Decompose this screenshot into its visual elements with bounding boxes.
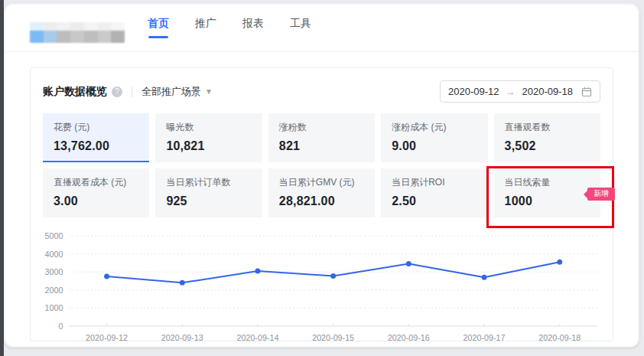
panel-header: 账户数据概览 ? 全部推广场景 ▼ 2020-09-12 → 2020-09-1… <box>43 80 600 103</box>
metric-label: 涨粉数 <box>279 121 364 134</box>
nav-tabs: 首页 推广 报表 工具 <box>148 14 311 51</box>
date-range-picker[interactable]: 2020-09-12 → 2020-09-18 <box>440 80 600 103</box>
metric-label: 当日累计ROI <box>392 176 476 189</box>
new-feature-badge: 新增 <box>587 188 615 201</box>
svg-text:2000: 2000 <box>44 286 63 295</box>
svg-text:2020-09-14: 2020-09-14 <box>236 333 278 342</box>
metric-card-cost[interactable]: 花费 (元) 13,762.00 <box>43 113 149 162</box>
date-start: 2020-09-12 <box>448 86 499 97</box>
panel-title: 账户数据概览 <box>43 85 107 99</box>
svg-text:2020-09-13: 2020-09-13 <box>161 333 203 342</box>
tab-home[interactable]: 首页 <box>148 17 169 44</box>
app-window: 首页 推广 报表 工具 账户数据概览 ? 全部推广场景 ▼ 2020-09-12… <box>4 3 639 348</box>
svg-text:3000: 3000 <box>44 267 63 276</box>
metric-value: 2.50 <box>392 194 476 208</box>
metric-label: 曝光数 <box>166 121 251 134</box>
trend-chart-container: 0100020003000400050002020-09-122020-09-1… <box>43 230 600 346</box>
help-icon[interactable]: ? <box>112 87 122 97</box>
top-nav: 首页 推广 报表 工具 <box>5 5 638 52</box>
metric-value: 1000 <box>505 194 590 208</box>
svg-text:1000: 1000 <box>44 303 63 312</box>
tab-tools[interactable]: 工具 <box>290 17 311 44</box>
metric-value: 9.00 <box>392 139 476 153</box>
metric-card-live-view-cost[interactable]: 直播观看成本 (元) 3.00 <box>43 168 149 217</box>
metric-card-new-followers[interactable]: 涨粉数 821 <box>268 113 375 162</box>
metric-value: 925 <box>166 194 251 208</box>
metric-value: 3.00 <box>54 194 138 208</box>
metric-value: 3,502 <box>505 139 590 153</box>
tab-reports[interactable]: 报表 <box>242 17 264 44</box>
account-overview-panel: 账户数据概览 ? 全部推广场景 ▼ 2020-09-12 → 2020-09-1… <box>30 67 613 341</box>
svg-text:2020-09-12: 2020-09-12 <box>86 333 128 342</box>
trend-chart: 0100020003000400050002020-09-122020-09-1… <box>43 230 600 346</box>
metric-card-impressions[interactable]: 曝光数 10,821 <box>155 113 262 162</box>
metric-value: 10,821 <box>166 139 251 153</box>
metric-label: 当日线索量 <box>505 176 590 189</box>
metric-value: 13,762.00 <box>54 139 138 153</box>
metric-label: 涨粉成本 (元) <box>392 121 476 134</box>
arrow-right-icon: → <box>506 87 516 97</box>
scene-filter-dropdown[interactable]: 全部推广场景 ▼ <box>141 85 213 99</box>
metric-label: 直播观看数 <box>505 121 590 134</box>
calendar-icon <box>581 87 592 97</box>
divider <box>132 87 132 97</box>
metric-label: 当日累计订单数 <box>166 176 251 189</box>
metric-card-live-views[interactable]: 直播观看数 3,502 <box>494 113 600 162</box>
brand-logo-blurred <box>30 22 125 43</box>
metric-cards: 花费 (元) 13,762.00 曝光数 10,821 涨粉数 821 涨粉成本… <box>43 113 600 217</box>
svg-text:2020-09-18: 2020-09-18 <box>538 333 581 342</box>
date-end: 2020-09-18 <box>522 86 574 97</box>
svg-text:0: 0 <box>58 322 63 331</box>
scene-filter-label: 全部推广场景 <box>141 85 201 99</box>
metric-value: 821 <box>279 139 364 153</box>
metric-card-roi[interactable]: 当日累计ROI 2.50 <box>381 168 487 217</box>
metric-card-leads[interactable]: 当日线索量 1000 新增 <box>494 168 600 217</box>
svg-text:2020-09-16: 2020-09-16 <box>388 333 430 342</box>
metric-label: 直播观看成本 (元) <box>54 176 138 189</box>
tab-promotion[interactable]: 推广 <box>195 17 216 44</box>
metric-label: 当日累计GMV (元) <box>279 176 364 189</box>
svg-text:4000: 4000 <box>44 249 63 258</box>
metric-value: 28,821.00 <box>279 194 364 208</box>
svg-text:2020-09-15: 2020-09-15 <box>312 333 354 342</box>
svg-text:2020-09-17: 2020-09-17 <box>463 333 506 342</box>
metric-card-gmv[interactable]: 当日累计GMV (元) 28,821.00 <box>268 168 375 217</box>
metric-label: 花费 (元) <box>54 121 138 134</box>
svg-text:5000: 5000 <box>44 231 63 240</box>
metric-card-orders[interactable]: 当日累计订单数 925 <box>155 168 262 217</box>
chevron-down-icon: ▼ <box>205 87 213 96</box>
metric-card-follower-cost[interactable]: 涨粉成本 (元) 9.00 <box>381 113 487 162</box>
